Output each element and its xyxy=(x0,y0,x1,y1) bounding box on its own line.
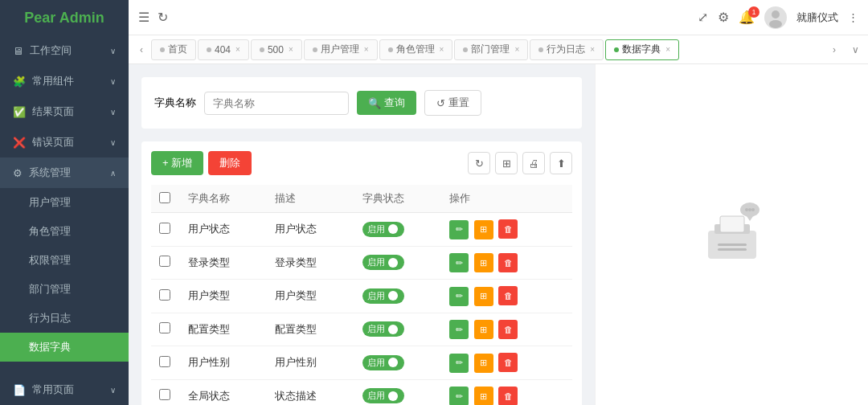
query-button[interactable]: 🔍 查询 xyxy=(357,91,416,115)
edit-btn-1[interactable]: ✏ xyxy=(449,253,469,272)
col-desc: 描述 xyxy=(267,185,354,213)
tab-close-icon[interactable]: × xyxy=(514,45,519,54)
delete-row-btn-5[interactable]: 🗑 xyxy=(498,387,518,406)
result-icon: ✅ xyxy=(13,106,26,118)
detail-btn-2[interactable]: ⊞ xyxy=(474,287,493,306)
reset-button[interactable]: ↺ 重置 xyxy=(424,90,481,116)
logo-text: Pear Admin xyxy=(24,10,104,27)
row-name-5: 全局状态 xyxy=(180,379,267,405)
left-panel: 字典名称 🔍 查询 ↺ 重置 + 新增 删除 ↻ ⊞ xyxy=(129,64,595,405)
sidebar-sub-label: 角色管理 xyxy=(29,225,71,237)
sidebar-sub-label: 用户管理 xyxy=(29,196,71,208)
sidebar-item-components[interactable]: 🧩 常用组件 ∨ xyxy=(0,66,129,96)
refresh-table-icon[interactable]: ↻ xyxy=(468,152,490,174)
delete-row-btn-2[interactable]: 🗑 xyxy=(498,286,518,305)
tab-item-404[interactable]: 404× xyxy=(198,39,249,60)
tab-item-500[interactable]: 500× xyxy=(251,39,302,60)
delete-row-btn-0[interactable]: 🗑 xyxy=(498,219,518,239)
sidebar-sub-label: 行为日志 xyxy=(29,312,71,324)
topbar-right: ⤢ ⚙ 🔔 1 就膳仪式 ⋮ xyxy=(698,6,858,29)
sidebar-item-label: 结果页面 xyxy=(32,104,74,119)
tab-item-部门管理[interactable]: 部门管理× xyxy=(454,39,528,60)
tab-label: 用户管理 xyxy=(321,43,359,56)
print-icon[interactable]: 🖨 xyxy=(522,152,545,174)
tab-close-icon[interactable]: × xyxy=(665,45,670,54)
sidebar-item-user-mgmt[interactable]: 用户管理 xyxy=(0,188,129,217)
add-button[interactable]: + 新增 xyxy=(151,151,203,175)
sidebar-item-data-dict[interactable]: 数据字典 xyxy=(0,333,129,362)
sidebar-item-result[interactable]: ✅ 结果页面 ∨ xyxy=(0,96,129,127)
col-name: 字典名称 xyxy=(180,185,267,213)
delete-row-btn-4[interactable]: 🗑 xyxy=(498,353,518,372)
settings-icon[interactable]: ⚙ xyxy=(718,10,729,25)
svg-point-11 xyxy=(751,208,755,211)
detail-btn-1[interactable]: ⊞ xyxy=(474,253,493,272)
tab-close-icon[interactable]: × xyxy=(235,45,240,54)
edit-btn-5[interactable]: ✏ xyxy=(449,387,469,405)
edit-btn-4[interactable]: ✏ xyxy=(449,354,469,373)
select-all-checkbox[interactable] xyxy=(159,192,170,203)
delete-button[interactable]: 删除 xyxy=(208,151,252,175)
tab-item-首页[interactable]: 首页 xyxy=(151,39,196,60)
sidebar-item-audit-log[interactable]: 行为日志 xyxy=(0,304,129,333)
row-desc-2: 用户类型 xyxy=(267,280,354,313)
row-checkbox-0[interactable] xyxy=(159,223,170,234)
search-bar: 字典名称 🔍 查询 ↺ 重置 xyxy=(141,77,582,129)
edit-btn-3[interactable]: ✏ xyxy=(449,320,469,339)
row-desc-3: 配置类型 xyxy=(267,313,354,346)
row-checkbox-1[interactable] xyxy=(159,256,170,267)
sidebar-item-perm-mgmt[interactable]: 权限管理 xyxy=(0,246,129,275)
row-name-3: 配置类型 xyxy=(180,313,267,346)
sidebar-item-error[interactable]: ❌ 错误页面 ∨ xyxy=(0,127,129,158)
refresh-icon[interactable]: ↻ xyxy=(158,10,168,25)
tab-item-用户管理[interactable]: 用户管理× xyxy=(304,39,378,60)
row-name-0: 用户状态 xyxy=(180,213,267,247)
detail-btn-4[interactable]: ⊞ xyxy=(474,354,493,373)
detail-btn-3[interactable]: ⊞ xyxy=(474,320,493,339)
tab-close-icon[interactable]: × xyxy=(289,45,293,54)
row-checkbox-5[interactable] xyxy=(159,389,170,400)
bell-icon[interactable]: 🔔 1 xyxy=(739,10,755,25)
toggle-circle-4 xyxy=(388,358,398,367)
more-icon[interactable]: ⋮ xyxy=(848,11,858,23)
columns-icon[interactable]: ⊞ xyxy=(495,152,518,174)
detail-btn-5[interactable]: ⊞ xyxy=(474,387,493,405)
row-checkbox-2[interactable] xyxy=(159,289,170,301)
delete-row-btn-3[interactable]: 🗑 xyxy=(498,320,518,339)
tabs-scroll-right[interactable]: › xyxy=(825,40,844,59)
sidebar-item-role-mgmt[interactable]: 角色管理 xyxy=(0,217,129,246)
export-icon[interactable]: ⬆ xyxy=(550,152,572,174)
edit-btn-0[interactable]: ✏ xyxy=(449,220,469,239)
detail-btn-0[interactable]: ⊞ xyxy=(474,220,493,239)
status-toggle-2[interactable]: 启用 xyxy=(362,288,404,304)
common-pages-icon: 📄 xyxy=(13,384,26,396)
tabs-prev-btn[interactable]: ‹ xyxy=(132,40,151,59)
status-toggle-4[interactable]: 启用 xyxy=(362,355,404,370)
tab-item-行为日志[interactable]: 行为日志× xyxy=(530,39,604,60)
table-panel: + 新增 删除 ↻ ⊞ 🖨 ⬆ 字典名称 描述 xyxy=(141,141,582,405)
menu-icon[interactable]: ☰ xyxy=(138,10,149,25)
user-name[interactable]: 就膳仪式 xyxy=(796,10,838,25)
status-toggle-3[interactable]: 启用 xyxy=(362,321,404,337)
sidebar-item-common-pages[interactable]: 📄 常用页面 ∨ xyxy=(0,374,129,405)
sidebar-item-workspace[interactable]: 🖥 工作空间 ∨ xyxy=(0,35,129,66)
tab-close-icon[interactable]: × xyxy=(590,45,595,54)
tab-item-数据字典[interactable]: 数据字典× xyxy=(605,39,679,60)
status-toggle-0[interactable]: 启用 xyxy=(362,222,404,237)
row-name-1: 登录类型 xyxy=(180,246,267,280)
row-checkbox-3[interactable] xyxy=(159,322,170,333)
row-checkbox-4[interactable] xyxy=(159,356,170,367)
delete-row-btn-1[interactable]: 🗑 xyxy=(498,253,518,272)
edit-btn-2[interactable]: ✏ xyxy=(449,287,469,306)
tab-close-icon[interactable]: × xyxy=(440,45,444,54)
status-toggle-1[interactable]: 启用 xyxy=(362,255,404,270)
status-toggle-5[interactable]: 启用 xyxy=(362,388,404,403)
tab-item-角色管理[interactable]: 角色管理× xyxy=(379,39,453,60)
search-input[interactable] xyxy=(204,92,349,115)
sidebar-item-dept-mgmt[interactable]: 部门管理 xyxy=(0,275,129,304)
tabs-dropdown-btn[interactable]: ∨ xyxy=(845,40,865,59)
tab-close-icon[interactable]: × xyxy=(364,45,369,54)
expand-icon[interactable]: ⤢ xyxy=(698,10,708,25)
content-area: 字典名称 🔍 查询 ↺ 重置 + 新增 删除 ↻ ⊞ xyxy=(129,64,868,405)
sidebar-item-system[interactable]: ⚙ 系统管理 ∧ xyxy=(0,158,129,188)
